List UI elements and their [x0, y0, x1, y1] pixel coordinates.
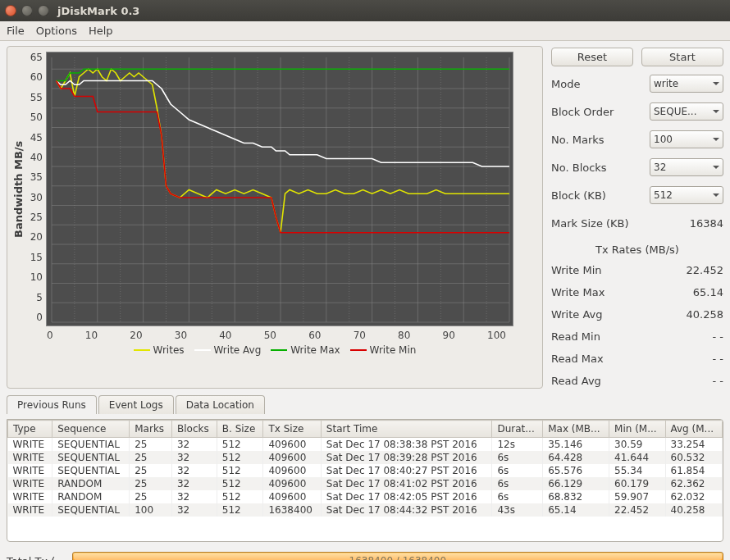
y-axis-label: Bandwidth MB/s: [11, 50, 26, 328]
table-row[interactable]: WRITERANDOM2532512409600Sat Dec 17 08:41…: [8, 477, 723, 490]
no-blocks-select[interactable]: 32: [650, 158, 723, 176]
legend-item: Write Avg: [194, 344, 262, 356]
side-panel: Reset Start Mode write Block Order SEQUE…: [551, 46, 723, 389]
read-avg-label: Read Avg: [551, 375, 601, 387]
legend-item: Write Max: [271, 344, 340, 356]
column-header[interactable]: B. Size: [217, 421, 263, 438]
read-max-value: - -: [712, 353, 723, 365]
close-icon[interactable]: [5, 5, 16, 16]
column-header[interactable]: Blocks: [171, 421, 217, 438]
table-row[interactable]: WRITESEQUENTIAL2532512409600Sat Dec 17 0…: [8, 451, 723, 464]
write-min-value: 22.452: [687, 264, 724, 276]
no-blocks-label: No. Blocks: [551, 162, 607, 174]
column-header[interactable]: Type: [8, 421, 52, 438]
write-max-label: Write Max: [551, 286, 605, 298]
no-marks-select[interactable]: 100: [650, 130, 723, 148]
tx-rates-header: Tx Rates (MB/s): [551, 244, 723, 256]
menu-options[interactable]: Options: [36, 25, 77, 37]
block-kb-label: Block (KB): [551, 189, 606, 202]
no-marks-label: No. Marks: [551, 134, 605, 146]
column-header[interactable]: Durat...: [492, 421, 543, 438]
plot-area: [46, 52, 513, 326]
titlebar: jDiskMark 0.3: [0, 0, 730, 21]
legend-item: Writes: [134, 344, 185, 356]
table-row[interactable]: WRITESEQUENTIAL2532512409600Sat Dec 17 0…: [8, 464, 723, 477]
reset-button[interactable]: Reset: [551, 48, 633, 66]
block-kb-select[interactable]: 512: [650, 186, 723, 204]
mode-label: Mode: [551, 78, 580, 90]
legend-item: Write Min: [350, 344, 417, 356]
table-row[interactable]: WRITESEQUENTIAL100325121638400Sat Dec 17…: [8, 503, 723, 517]
tab-previous-runs[interactable]: Previous Runs: [7, 395, 97, 414]
menu-file[interactable]: File: [7, 25, 25, 37]
column-header[interactable]: Min (M...: [609, 421, 665, 438]
column-header[interactable]: Tx Size: [263, 421, 321, 438]
block-order-label: Block Order: [551, 106, 614, 118]
write-avg-value: 40.258: [687, 308, 724, 321]
minimize-icon[interactable]: [21, 5, 33, 16]
column-header[interactable]: Marks: [130, 421, 172, 438]
maximize-icon[interactable]: [38, 5, 49, 16]
total-tx-label: Total Tx (...: [7, 555, 66, 561]
tab-data-location[interactable]: Data Location: [176, 395, 265, 414]
write-max-value: 65.14: [693, 286, 723, 298]
mode-select[interactable]: write: [650, 75, 723, 93]
write-avg-label: Write Avg: [551, 308, 603, 321]
chart-legend: WritesWrite AvgWrite MaxWrite Min: [11, 341, 539, 357]
write-min-label: Write Min: [551, 264, 602, 276]
runs-table: TypeSequenceMarksBlocksB. SizeTx SizeSta…: [7, 419, 723, 542]
menu-help[interactable]: Help: [89, 25, 113, 37]
read-avg-value: - -: [712, 375, 723, 387]
start-button[interactable]: Start: [641, 48, 723, 66]
chart-panel: Bandwidth MB/s 6560555045403530252015105…: [7, 46, 543, 389]
window-title: jDiskMark 0.3: [57, 5, 139, 17]
x-axis-ticks: 0102030405060708090100: [11, 328, 513, 341]
read-min-label: Read Min: [551, 330, 600, 343]
y-axis-ticks: 65605550454035302520151050: [26, 50, 46, 325]
column-header[interactable]: Start Time: [321, 421, 492, 438]
table-row[interactable]: WRITESEQUENTIAL2532512409600Sat Dec 17 0…: [8, 438, 723, 452]
column-header[interactable]: Sequence: [52, 421, 130, 438]
column-header[interactable]: Avg (M...: [665, 421, 722, 438]
mark-size-label: Mark Size (KB): [551, 217, 629, 230]
block-order-select[interactable]: SEQUE...: [650, 102, 723, 121]
progress-bar: 1638400 / 1638400: [72, 552, 723, 560]
table-row[interactable]: WRITERANDOM2532512409600Sat Dec 17 08:42…: [8, 490, 723, 503]
menubar: File Options Help: [0, 21, 730, 41]
mark-size-value: 16384: [690, 217, 723, 230]
read-min-value: - -: [712, 330, 723, 343]
tabs: Previous Runs Event Logs Data Location: [7, 395, 723, 414]
tab-event-logs[interactable]: Event Logs: [98, 395, 174, 414]
column-header[interactable]: Max (MB...: [543, 421, 609, 438]
read-max-label: Read Max: [551, 353, 604, 365]
